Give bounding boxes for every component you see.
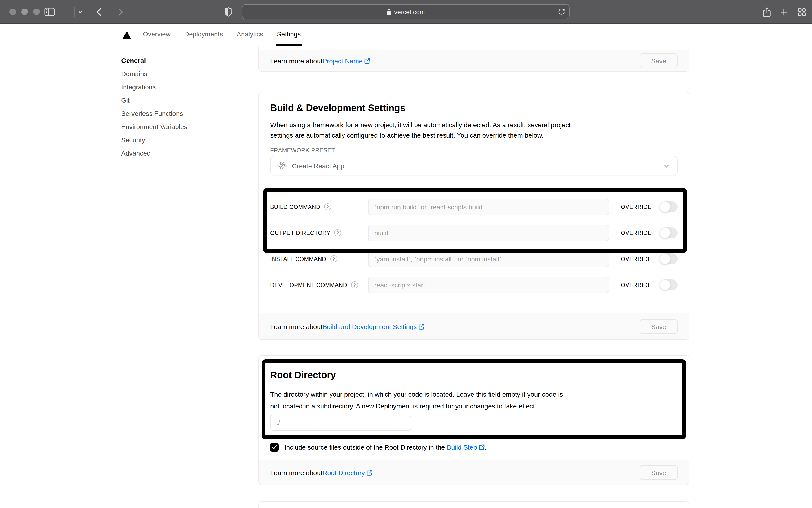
sidebar-item-domains[interactable]: Domains: [121, 67, 239, 80]
sidebar-item-serverless-functions[interactable]: Serverless Functions: [121, 107, 239, 120]
chevron-down-icon: [663, 164, 669, 168]
help-icon[interactable]: ?: [330, 255, 337, 262]
card-description: When using a framework for a new project…: [270, 120, 678, 140]
output-directory-label: OUTPUT DIRECTORY: [270, 229, 331, 236]
project-name-card-footer: Learn more about Project Name Save: [259, 50, 689, 71]
build-settings-link[interactable]: Build and Development Settings: [322, 323, 424, 330]
external-link-icon: [419, 324, 424, 329]
learn-more-text: Learn more about: [270, 57, 322, 65]
card-title: Build & Development Settings: [270, 102, 678, 114]
help-icon[interactable]: ?: [334, 229, 341, 237]
reload-icon[interactable]: [558, 8, 565, 17]
vercel-logo-icon[interactable]: [123, 31, 131, 39]
build-step-link[interactable]: Build Step: [447, 443, 485, 451]
sidebar-chevron-down-icon[interactable]: [77, 0, 84, 24]
share-icon[interactable]: [762, 0, 771, 24]
project-name-card: Learn more about Project Name Save: [258, 47, 689, 72]
external-link-icon: [367, 470, 373, 475]
tab-analytics[interactable]: Analytics: [236, 24, 264, 46]
framework-preset-label: FRAMEWORK PRESET: [270, 147, 678, 154]
override-label: OVERRIDE: [621, 256, 652, 262]
development-command-row: DEVELOPMENT COMMAND ? OVERRIDE: [270, 277, 678, 293]
sidebar-item-git[interactable]: Git: [121, 94, 239, 107]
override-label: OVERRIDE: [621, 282, 652, 288]
install-command-row: INSTALL COMMAND ? OVERRIDE: [270, 251, 678, 267]
override-toggle[interactable]: [660, 201, 678, 212]
build-command-input[interactable]: [368, 199, 609, 215]
save-button[interactable]: Save: [640, 53, 678, 68]
screen: vercel.com: [0, 0, 812, 508]
address-bar[interactable]: vercel.com: [242, 4, 570, 19]
project-nav: Overview Deployments Analytics Settings: [0, 24, 812, 46]
learn-more-text: Learn more about: [270, 323, 322, 330]
tab-deployments[interactable]: Deployments: [183, 24, 224, 46]
install-command-label: INSTALL COMMAND: [270, 256, 326, 262]
override-label: OVERRIDE: [621, 204, 652, 210]
output-directory-input[interactable]: [368, 224, 609, 241]
root-directory-card: Root Directory The directory within your…: [258, 355, 689, 485]
override-toggle[interactable]: [660, 280, 678, 290]
checkbox-checked-icon[interactable]: [270, 443, 279, 452]
sidebar-item-general[interactable]: General: [121, 54, 239, 67]
checkbox-label: Include source files outside of the Root…: [284, 443, 487, 451]
build-settings-card: Build & Development Settings When using …: [258, 92, 689, 340]
override-toggle[interactable]: [660, 227, 678, 238]
help-icon[interactable]: ?: [351, 281, 358, 288]
sidebar-toggle-icon[interactable]: [43, 0, 56, 24]
build-settings-card-footer: Learn more about Build and Development S…: [259, 313, 689, 339]
toolbar-divider: [74, 7, 75, 17]
help-icon[interactable]: ?: [324, 203, 331, 210]
settings-sidebar: General Domains Integrations Git Serverl…: [121, 54, 239, 160]
root-directory-card-footer: Learn more about Root Directory Save: [259, 460, 689, 484]
root-directory-input[interactable]: [270, 415, 411, 431]
sidebar-item-advanced[interactable]: Advanced: [121, 146, 239, 160]
window-close-button[interactable]: [9, 8, 16, 15]
forward-button-icon[interactable]: [117, 0, 124, 24]
development-command-input[interactable]: [368, 277, 609, 293]
window-zoom-button[interactable]: [33, 8, 40, 15]
react-icon: [278, 161, 287, 170]
sidebar-item-environment-variables[interactable]: Environment Variables: [121, 120, 239, 133]
lock-icon: [387, 9, 391, 15]
root-directory-link[interactable]: Root Directory: [322, 469, 373, 476]
learn-more-text: Learn more about: [270, 469, 322, 476]
privacy-shield-icon[interactable]: [223, 0, 233, 24]
output-directory-row: OUTPUT DIRECTORY ? OVERRIDE: [270, 224, 678, 241]
override-toggle[interactable]: [660, 253, 678, 264]
card-description: The directory within your project, in wh…: [270, 389, 678, 412]
include-source-files-row: Include source files outside of the Root…: [270, 443, 678, 452]
url-text: vercel.com: [394, 8, 425, 15]
build-command-label: BUILD COMMAND: [270, 204, 320, 210]
external-link-icon: [479, 444, 485, 450]
tab-overview[interactable]: Overview: [142, 24, 171, 46]
window-minimize-button[interactable]: [21, 8, 28, 15]
new-tab-icon[interactable]: [779, 0, 788, 24]
tab-settings[interactable]: Settings: [276, 24, 302, 46]
development-command-label: DEVELOPMENT COMMAND: [270, 282, 347, 288]
browser-toolbar: vercel.com: [0, 0, 812, 24]
save-button[interactable]: Save: [640, 319, 678, 334]
settings-content: Learn more about Project Name Save Build…: [258, 46, 689, 508]
framework-preset-select[interactable]: Create React App: [270, 156, 678, 175]
sidebar-item-integrations[interactable]: Integrations: [121, 80, 239, 94]
next-card-partial: [258, 501, 689, 508]
tab-overview-icon[interactable]: [797, 0, 806, 24]
build-command-row: BUILD COMMAND ? OVERRIDE: [270, 199, 678, 215]
save-button[interactable]: Save: [640, 465, 678, 480]
framework-preset-value: Create React App: [292, 162, 344, 169]
external-link-icon: [364, 58, 370, 64]
card-title: Root Directory: [270, 369, 678, 381]
override-label: OVERRIDE: [621, 229, 652, 236]
back-button-icon[interactable]: [95, 0, 103, 24]
sidebar-item-security[interactable]: Security: [121, 133, 239, 146]
install-command-input[interactable]: [368, 251, 609, 267]
project-name-link[interactable]: Project Name: [322, 57, 370, 65]
